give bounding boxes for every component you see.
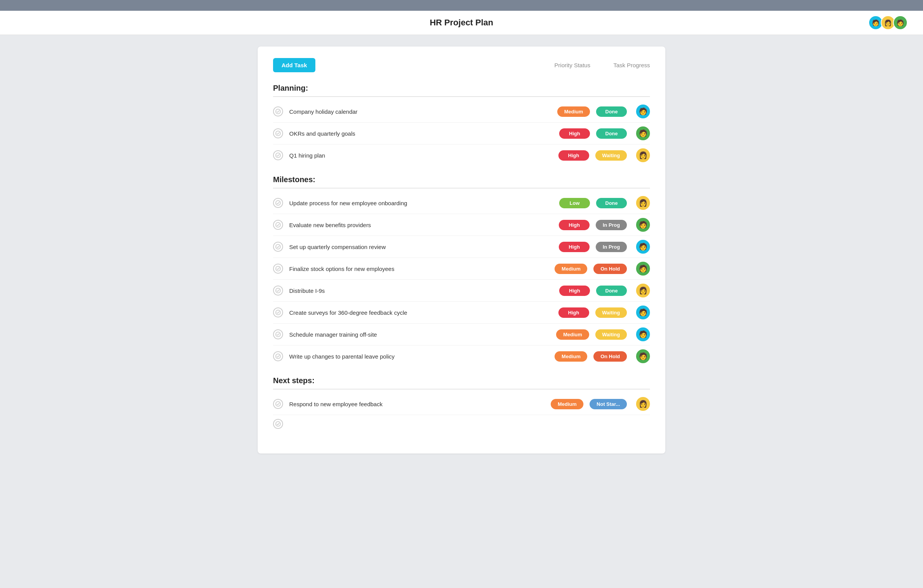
priority-badge: High [559,128,590,139]
task-checkbox[interactable] [273,106,283,116]
svg-point-11 [276,402,280,406]
priority-badge: Medium [555,264,587,274]
status-badge: On Hold [593,264,627,274]
svg-point-0 [276,109,280,114]
task-badges: LowDone👩 [559,196,650,210]
status-badge: Not Star... [590,399,627,409]
header: HR Project Plan 🧑👩🧑 [0,11,923,35]
header-avatar: 🧑 [893,15,908,30]
task-avatar: 👩 [636,284,650,297]
add-task-button[interactable]: Add Task [273,58,315,72]
svg-point-3 [276,201,280,205]
status-badge: Waiting [595,329,627,340]
priority-badge: Medium [556,329,589,340]
task-avatar: 🧑 [636,327,650,341]
task-row[interactable]: Finalize stock options for new employees… [273,258,650,280]
priority-badge: Medium [555,351,587,362]
status-badge: In Prog [596,220,627,230]
status-badge: Done [596,198,627,208]
toolbar: Add Task Priority Status Task Progress [273,58,650,72]
priority-badge: High [559,286,590,296]
svg-point-9 [276,332,280,337]
status-badge: On Hold [593,351,627,362]
task-badges: HighWaiting🧑 [558,306,650,319]
task-checkbox[interactable] [273,286,283,296]
priority-badge: Medium [557,106,590,117]
status-badge: Done [596,128,627,139]
status-badge: Done [596,286,627,296]
task-avatar: 🧑 [636,262,650,276]
task-badges: HighIn Prog🧑 [559,218,650,232]
task-avatar: 🧑 [636,306,650,319]
page-title: HR Project Plan [430,18,493,28]
svg-point-8 [276,310,280,315]
task-row[interactable]: Distribute I-9sHighDone👩 [273,280,650,302]
task-row[interactable]: Update process for new employee onboardi… [273,192,650,214]
task-checkbox[interactable] [273,220,283,230]
priority-badge: High [558,307,589,318]
task-name: Write up changes to parental leave polic… [289,353,555,360]
task-name: Evaluate new benefits providers [289,222,559,228]
task-checkbox[interactable] [273,351,283,361]
svg-point-2 [276,153,280,158]
task-name: Company holiday calendar [289,108,557,115]
section-header: Next steps: [273,376,650,389]
task-checkbox[interactable] [273,242,283,252]
task-row[interactable]: Respond to new employee feedbackMediumNo… [273,393,650,415]
task-avatar: 🧑 [636,240,650,254]
task-checkbox[interactable] [273,419,283,429]
section-nextsteps: Next steps:Respond to new employee feedb… [273,376,650,433]
task-checkbox[interactable] [273,307,283,317]
task-name: Distribute I-9s [289,287,559,294]
priority-badge: High [558,150,589,161]
task-badges: HighWaiting👩 [558,148,650,162]
task-row[interactable]: Q1 hiring planHighWaiting👩 [273,145,650,166]
task-badges: MediumOn Hold🧑 [555,349,650,363]
task-name: Respond to new employee feedback [289,401,551,407]
task-row[interactable]: Create surveys for 360-degree feedback c… [273,302,650,324]
task-avatar: 👩 [636,148,650,162]
priority-badge: Low [559,198,590,208]
section-header: Planning: [273,84,650,97]
task-checkbox[interactable] [273,128,283,138]
task-name: Set up quarterly compensation review [289,244,559,250]
task-name: Create surveys for 360-degree feedback c… [289,309,558,316]
svg-point-5 [276,244,280,249]
task-avatar: 👩 [636,196,650,210]
task-badges: HighDone👩 [559,284,650,297]
svg-point-1 [276,131,280,136]
task-badges: MediumDone🧑 [557,105,650,118]
task-checkbox[interactable] [273,264,283,274]
task-row[interactable]: Write up changes to parental leave polic… [273,345,650,367]
task-badges: MediumOn Hold🧑 [555,262,650,276]
task-row[interactable]: Schedule manager training off-siteMedium… [273,324,650,345]
task-avatar: 🧑 [636,105,650,118]
task-row[interactable]: Set up quarterly compensation reviewHigh… [273,236,650,258]
section-milestones: Milestones:Update process for new employ… [273,175,650,367]
task-badges: MediumWaiting🧑 [556,327,650,341]
task-avatar: 👩 [636,397,650,411]
task-avatar: 🧑 [636,349,650,363]
task-name: Update process for new employee onboardi… [289,200,559,206]
task-checkbox[interactable] [273,150,283,160]
task-checkbox[interactable] [273,329,283,339]
task-checkbox[interactable] [273,198,283,208]
priority-badge: Medium [551,399,583,409]
task-row[interactable] [273,415,650,433]
task-row[interactable]: Company holiday calendarMediumDone🧑 [273,101,650,123]
task-name: Finalize stock options for new employees [289,266,555,272]
task-row[interactable]: Evaluate new benefits providersHighIn Pr… [273,214,650,236]
top-bar [0,0,923,11]
task-name: OKRs and quarterly goals [289,130,559,137]
task-row[interactable]: OKRs and quarterly goalsHighDone🧑 [273,123,650,145]
status-badge: In Prog [596,242,627,252]
status-badge: Waiting [595,307,627,318]
task-avatar: 🧑 [636,126,650,140]
svg-point-12 [276,422,280,426]
task-progress-label: Task Progress [613,62,650,68]
toolbar-labels: Priority Status Task Progress [555,62,650,68]
svg-point-7 [276,288,280,293]
priority-status-label: Priority Status [555,62,590,68]
task-checkbox[interactable] [273,399,283,409]
svg-point-10 [276,354,280,359]
